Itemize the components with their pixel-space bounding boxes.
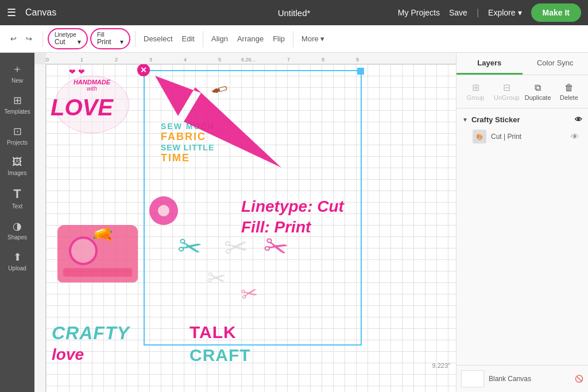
toolbar-divider-4: [293, 31, 293, 47]
sticker-designs: HANDMADE with LOVE SEW MUCH FABRIC SEW L…: [46, 64, 456, 392]
linetype-value: Cut: [55, 38, 65, 46]
sidebar-item-upload[interactable]: ⬆ Upload: [0, 246, 34, 276]
delete-button[interactable]: 🗑 Delete: [555, 80, 583, 103]
scissors-gray-1: ✂: [223, 230, 250, 265]
measurement-label: 9.223": [432, 362, 450, 369]
blank-canvas-visibility-icon[interactable]: 🚫: [575, 375, 583, 383]
layer-group-header[interactable]: ▼ Crafty Sticker 👁: [461, 113, 583, 126]
ruler-horizontal: 0 1 2 3 4 5 6.26... 7 8 9: [46, 53, 456, 64]
fill-select[interactable]: Fill Print ▾: [90, 28, 130, 49]
blank-canvas-thumbnail: [461, 370, 484, 387]
toolbar-divider-2: [135, 31, 136, 47]
projects-icon: ⊡: [13, 125, 22, 138]
sidebar-item-shapes[interactable]: ◑ Shapes: [0, 215, 34, 245]
sidebar-item-new[interactable]: ＋ New: [0, 57, 34, 88]
new-icon: ＋: [12, 62, 22, 76]
edit-button[interactable]: Edit: [179, 32, 198, 45]
layer-item[interactable]: 🎨 Cut | Print 👁: [461, 126, 583, 147]
canvas-grid[interactable]: HANDMADE with LOVE SEW MUCH FABRIC SEW L…: [46, 64, 456, 392]
explore-button[interactable]: Explore ▾: [488, 8, 521, 17]
panel-toolbar: ⊞ Group ⊟ UnGroup ⧉ Duplicate 🗑 Delete: [457, 75, 588, 108]
panel-tabs: Layers Color Sync: [457, 53, 588, 75]
talk-text: TALK: [189, 323, 237, 342]
deselect-button[interactable]: Deselect: [140, 32, 176, 45]
group-icon: ⊞: [472, 82, 479, 93]
shapes-icon: ◑: [13, 220, 22, 232]
undo-redo-group: ↩ ↪: [5, 32, 38, 45]
sidebar-item-templates[interactable]: ⊞ Templates: [0, 90, 34, 119]
upload-icon: ⬆: [13, 251, 22, 263]
menu-icon[interactable]: ☰: [7, 6, 16, 19]
sidebar-label-projects: Projects: [7, 139, 28, 146]
ungroup-icon: ⊟: [503, 82, 510, 93]
layer-group-crafty-sticker: ▼ Crafty Sticker 👁 🎨 Cut | Print 👁: [457, 108, 588, 152]
ruler-vertical: [34, 64, 46, 392]
nav-links: My Projects Save | Explore ▾ Make It: [398, 3, 581, 22]
layer-visibility-icon[interactable]: 👁: [571, 132, 579, 141]
text-icon: T: [13, 187, 21, 201]
ungroup-button[interactable]: ⊟ UnGroup: [492, 80, 521, 103]
sidebar-item-text[interactable]: T Text: [0, 182, 34, 214]
sidebar-item-images[interactable]: 🖼 Images: [0, 152, 34, 181]
explore-chevron-icon: ▾: [518, 8, 522, 17]
tab-layers[interactable]: Layers: [457, 53, 523, 75]
scissors-pink: ✂: [260, 228, 292, 267]
undo-button[interactable]: ↩: [7, 32, 20, 45]
blank-canvas-label: Blank Canvas: [489, 375, 531, 383]
linetype-select[interactable]: Linetype Cut ▾: [48, 28, 88, 49]
sidebar-label-shapes: Shapes: [7, 234, 27, 240]
main-layout: ＋ New ⊞ Templates ⊡ Projects 🖼 Images T …: [0, 53, 588, 392]
love2-text: love: [52, 346, 84, 364]
tab-color-sync[interactable]: Color Sync: [523, 53, 589, 75]
visibility-toggle[interactable]: 👁: [575, 115, 582, 124]
bottom-strip: Blank Canvas 🚫: [457, 365, 588, 392]
left-sidebar: ＋ New ⊞ Templates ⊡ Projects 🖼 Images T …: [0, 53, 34, 392]
scissors-pink-2: ✂: [239, 281, 260, 306]
images-icon: 🖼: [12, 156, 22, 168]
handmade-text: HANDMADE with: [55, 79, 129, 92]
hearts: ❤ ❤: [69, 67, 85, 76]
sidebar-label-text: Text: [12, 203, 22, 209]
linetype-chevron-icon: ▾: [78, 38, 81, 46]
craft-text: CRAFT: [189, 346, 251, 365]
align-button[interactable]: Align: [208, 32, 231, 45]
linetype-label: Linetype: [55, 32, 76, 38]
make-it-button[interactable]: Make It: [531, 3, 581, 22]
fill-chevron-icon: ▾: [120, 38, 123, 46]
scissors-teal: ✂: [175, 229, 204, 266]
flip-button[interactable]: Flip: [269, 32, 288, 45]
right-panel: Layers Color Sync ⊞ Group ⊟ UnGroup ⧉ Du…: [456, 53, 588, 392]
arrange-button[interactable]: Arrange: [234, 32, 267, 45]
expand-icon: ▼: [462, 117, 468, 123]
trash-icon: 🗑: [564, 83, 574, 93]
toolbar-divider-3: [203, 31, 203, 47]
save-link[interactable]: Save: [449, 8, 467, 17]
layer-group-name: Crafty Sticker: [471, 115, 520, 124]
layer-item-label: Cut | Print: [491, 133, 566, 141]
duplicate-icon: ⧉: [535, 83, 541, 93]
toolbar: ↩ ↪ Linetype Cut ▾ Fill Print ▾ Deselect…: [0, 25, 588, 53]
toolbar-divider-1: [42, 31, 43, 47]
duplicate-button[interactable]: ⧉ Duplicate: [524, 80, 552, 103]
sidebar-label-upload: Upload: [8, 265, 26, 271]
thread-spool: [149, 196, 178, 225]
doc-title: Untitled*: [278, 8, 311, 18]
sidebar-item-projects[interactable]: ⊡ Projects: [0, 121, 34, 150]
canvas-area[interactable]: 0 1 2 3 4 5 6.26... 7 8 9 HANDMADE with: [34, 53, 456, 392]
group-button[interactable]: ⊞ Group: [461, 80, 490, 103]
my-projects-link[interactable]: My Projects: [398, 8, 440, 17]
nav-divider: |: [477, 7, 479, 18]
fabric-text-group: SEW MUCH FABRIC SEW LITTLE TIME: [161, 122, 215, 164]
fill-value: Print: [97, 38, 111, 46]
sidebar-label-images: Images: [8, 170, 27, 176]
top-nav: ☰ Canvas Untitled* My Projects Save | Ex…: [0, 0, 588, 25]
paintbrush: 🖌: [210, 79, 230, 100]
app-title: Canvas: [25, 7, 56, 18]
fill-label: Fill: [97, 32, 105, 38]
redo-button[interactable]: ↪: [22, 32, 36, 45]
sidebar-label-new: New: [11, 77, 23, 84]
more-button[interactable]: More ▾: [298, 32, 328, 45]
love-text: LOVE: [51, 96, 113, 119]
scissors-gray-2: ✂: [206, 265, 227, 293]
crafty-text: CRAFTY: [52, 323, 130, 344]
